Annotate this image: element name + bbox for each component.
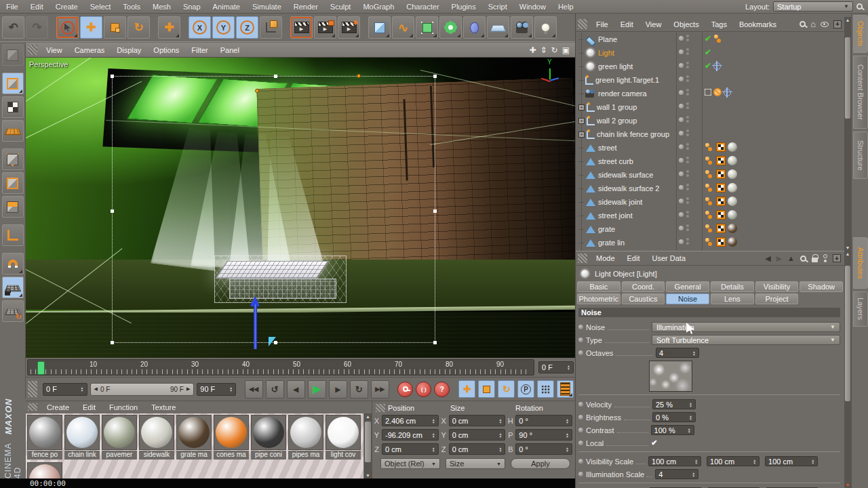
add-light-button[interactable] [534,16,557,39]
phong-tag-icon[interactable] [705,210,714,220]
snap-button[interactable] [2,253,24,274]
expander-icon[interactable]: + [578,131,585,138]
om-menu-bookmarks[interactable]: Bookmarks [733,20,783,28]
object-row[interactable]: street [576,141,844,155]
object-row[interactable]: grate lin [576,236,844,249]
visibility-scale-y-field[interactable]: 100 cm▲▼ [707,456,760,466]
play-button[interactable]: ▶ [308,380,326,399]
phong-tag-icon[interactable] [705,183,714,192]
visibility-dots[interactable] [679,129,689,136]
visibility-dots[interactable] [679,35,689,41]
target-tag-icon[interactable] [713,62,721,70]
menu-file[interactable]: File [0,3,24,11]
material-tag-icon[interactable] [728,183,737,192]
am-menu-userdata[interactable]: User Data [646,254,692,262]
object-manager-scrollbar[interactable]: ▲ ▼ [844,17,851,251]
visibility-dots[interactable] [679,89,689,96]
record-pla-toggle[interactable] [537,380,554,398]
keyframe-presets-button[interactable] [557,380,574,398]
add-environment-button[interactable] [487,16,509,39]
search-icon[interactable] [856,3,863,9]
move-tool-button[interactable]: ✚ [80,16,102,39]
chain-icon[interactable] [823,254,827,258]
end-frame-field[interactable]: 90 F ▲▼ [197,383,236,396]
material-tag-icon[interactable] [728,224,737,233]
goto-end-button[interactable]: ▶▶ [371,380,389,399]
object-row[interactable]: grate [576,222,844,236]
menu-select[interactable]: Select [84,3,117,11]
keyframe-selection-button[interactable]: ? [434,382,450,397]
material-item[interactable]: light cov [326,415,361,460]
range-right-icon[interactable]: ▶ [186,386,190,392]
search-icon[interactable] [800,21,806,27]
polygons-mode-button[interactable] [2,196,24,218]
enabled-check-icon[interactable]: ✔ [705,47,711,57]
material-menu-edit[interactable]: Edit [76,403,102,411]
viewport-menu-panel[interactable]: Panel [214,46,245,54]
size-x-field[interactable]: 0 cm▲▼ [449,415,506,426]
object-row[interactable]: + wall 1 group [576,100,844,114]
drag-handle[interactable] [28,381,37,397]
tab-shadow[interactable]: Shadow [800,281,843,292]
previous-key-button[interactable]: ↺ [266,380,284,399]
workplane-mode-button[interactable] [2,120,24,142]
tab-structure[interactable]: Structure [853,131,868,179]
material-item-partial[interactable] [27,462,62,479]
viewport-menu-display[interactable]: Display [111,46,147,54]
material-item[interactable]: sidewalk [139,415,174,460]
zoom-view-icon[interactable]: ⇕ [540,45,547,55]
object-row[interactable]: street curb [576,155,844,168]
start-frame-field[interactable]: 0 F ▲▼ [43,383,87,396]
tab-general[interactable]: General [666,281,709,292]
visibility-dots[interactable] [679,116,689,123]
om-menu-view[interactable]: View [639,20,668,28]
previous-frame-button[interactable]: ◀ [287,380,305,399]
viewport-menu-filter[interactable]: Filter [185,46,214,54]
object-row[interactable]: render camera [576,87,844,100]
uvw-tag-icon[interactable] [716,224,726,233]
visibility-scale-z-field[interactable]: 100 cm▲▼ [765,456,818,466]
light-handle-dot[interactable] [357,74,361,78]
last-tool-button[interactable]: ✚ [158,16,180,39]
param-bullet[interactable] [578,472,583,476]
rotation-h-field[interactable]: 0 °▲▼ [515,415,572,426]
material-tag-icon[interactable] [728,142,737,152]
tab-lens[interactable]: Lens [711,293,754,304]
om-menu-objects[interactable]: Objects [667,20,705,28]
tab-visibility[interactable]: Visibility [755,281,799,292]
phong-tag-icon[interactable] [713,34,723,43]
viewport-menu-options[interactable]: Options [147,46,185,54]
octaves-field[interactable]: 4▲▼ [656,348,699,358]
coordinate-system-button[interactable] [260,16,282,39]
drag-handle[interactable] [578,19,587,29]
viewport-3d[interactable]: Y Perspective [26,58,575,358]
add-spline-button[interactable]: ∿ [392,16,414,39]
coord-mode-dropdown[interactable]: Object (Rel)▼ [380,458,440,469]
texture-mode-button[interactable] [2,96,24,118]
tab-caustics[interactable]: Caustics [622,293,665,304]
scale-tool-button[interactable] [104,16,126,39]
material-menu-function[interactable]: Function [102,403,144,411]
phong-tag-icon[interactable] [705,237,714,247]
object-row[interactable]: green light.Target.1 [576,73,844,87]
material-scrollbar[interactable]: ▲ ▼ [364,413,372,479]
drag-handle[interactable] [28,403,37,411]
next-key-button[interactable]: ↻ [350,380,368,399]
menu-animate[interactable]: Animate [207,3,246,11]
param-bullet[interactable] [578,402,583,407]
menu-tools[interactable]: Tools [117,3,146,11]
object-row[interactable]: street joint [576,209,844,222]
noise-type-dropdown[interactable]: Illumination ▼ [652,322,840,332]
param-bullet[interactable] [578,338,583,342]
add-cube-button[interactable] [368,16,391,39]
add-panel-icon[interactable]: + [833,254,841,262]
brightness-field[interactable]: 0 %▲▼ [652,412,696,422]
menu-render[interactable]: Render [288,3,324,11]
menu-character[interactable]: Character [400,3,445,11]
phong-tag-icon[interactable] [705,224,714,233]
menu-simulate[interactable]: Simulate [246,3,288,11]
rotation-p-field[interactable]: 90 °▲▼ [515,429,572,441]
uvw-tag-icon[interactable] [716,197,726,206]
home-icon[interactable]: ⌂ [810,20,816,28]
record-position-toggle[interactable]: ✚ [458,380,475,398]
